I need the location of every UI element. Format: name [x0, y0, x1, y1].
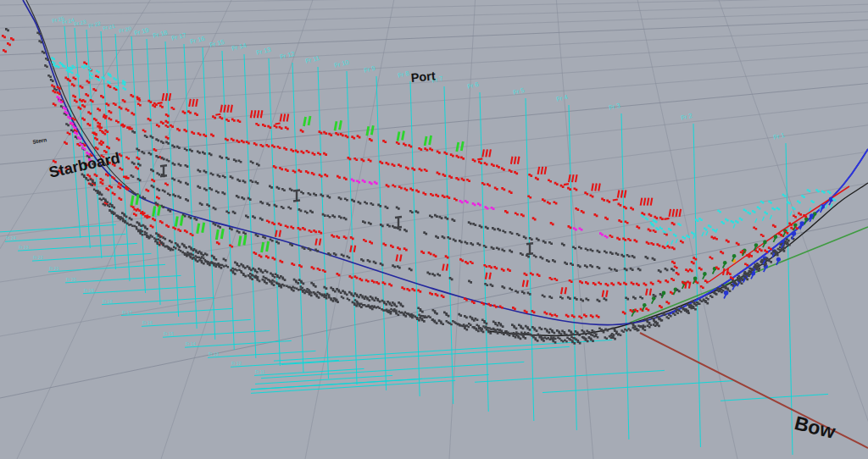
svg-text:Fr 15: Fr 15 — [164, 331, 174, 336]
svg-text:Fr 19: Fr 19 — [84, 288, 94, 293]
svg-text:Fr 24: Fr 24 — [6, 235, 16, 241]
rhino-3d-viewport[interactable]: Fr 1Fr 2Fr 3Fr 4Fr 5Fr 6Fr 7Fr 8Fr 9Fr 1… — [0, 0, 868, 459]
svg-text:Fr 18: Fr 18 — [103, 299, 113, 304]
hull-pointcloud-scene: Fr 1Fr 2Fr 3Fr 4Fr 5Fr 6Fr 7Fr 8Fr 9Fr 1… — [0, 0, 868, 459]
svg-text:Fr 22: Fr 22 — [33, 255, 43, 260]
svg-text:Fr 12: Fr 12 — [231, 361, 242, 366]
svg-text:Fr 20: Fr 20 — [66, 277, 76, 282]
svg-text:Fr 16: Fr 16 — [142, 320, 153, 325]
svg-text:Fr 13: Fr 13 — [209, 351, 219, 357]
svg-text:Fr 14: Fr 14 — [186, 341, 196, 346]
svg-text:Fr 21: Fr 21 — [49, 266, 59, 271]
svg-text:Fr 11: Fr 11 — [255, 369, 265, 374]
svg-text:Fr 23: Fr 23 — [19, 245, 29, 250]
svg-text:Fr 17: Fr 17 — [122, 310, 132, 315]
